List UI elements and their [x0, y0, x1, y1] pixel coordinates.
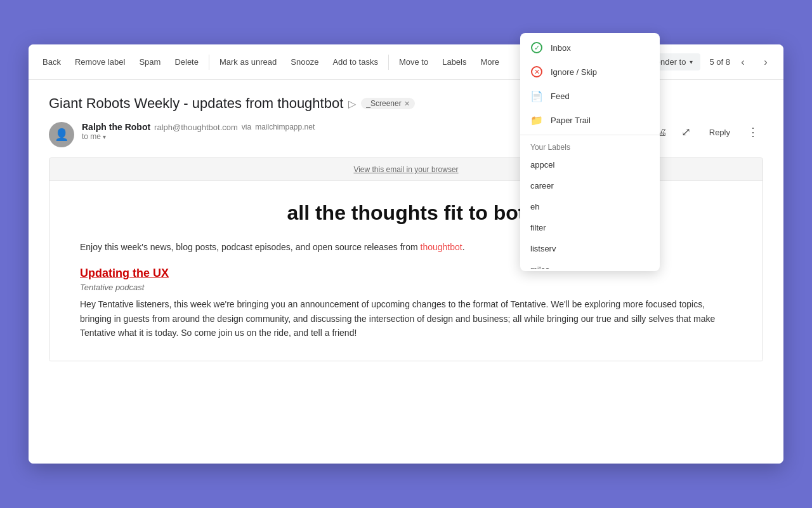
avatar-icon: 👤 [55, 128, 69, 142]
labels-button[interactable]: Labels [436, 53, 473, 70]
add-tasks-button[interactable]: Add to tasks [326, 53, 384, 70]
dropdown-item-feed-label: Feed [551, 91, 570, 101]
sender-name-row: Ralph the Robot ralph@thoughtbot.com via… [82, 122, 594, 132]
back-button[interactable]: Back [36, 53, 67, 70]
more-button[interactable]: More [474, 53, 506, 70]
label-filter[interactable]: filter [520, 217, 660, 238]
sender-email: ralph@thoughtbot.com [154, 123, 238, 132]
thoughtbot-link[interactable]: thoughtbot [421, 242, 462, 252]
section-body: Hey Tentative listeners, this week we're… [80, 297, 732, 340]
dropdown-item-paper-trail-label: Paper Trail [551, 116, 591, 125]
sender-via: via [242, 123, 251, 131]
your-labels-heading: Your Labels [520, 138, 660, 154]
label-tag: _Screener ✕ [361, 98, 414, 109]
pagination: 5 of 8 ‹ › [709, 52, 776, 72]
email-actions: 🖨 ⤢ Reply ⋮ [652, 122, 763, 142]
move-to-button[interactable]: Move to [393, 53, 435, 70]
feed-icon: 📄 [530, 90, 543, 102]
reply-button[interactable]: Reply [700, 124, 739, 141]
browser-link[interactable]: View this email in your browser [353, 165, 458, 174]
remove-label-button[interactable]: Remove label [69, 53, 132, 70]
email-area: Giant Robots Weekly - updates from thoug… [29, 80, 783, 464]
open-button[interactable]: ⤢ [676, 122, 697, 142]
ignore-icon: ✕ [530, 65, 543, 78]
labels-scroll[interactable]: appcel career eh filter listserv miles m… [520, 154, 660, 269]
section-subtitle: Tentative podcast [80, 283, 732, 292]
dropdown-top-section: ✓ Inbox ✕ Ignore / Skip 📄 Feed 📁 [520, 44, 660, 135]
sender-info: Ralph the Robot ralph@thoughtbot.com via… [82, 122, 594, 141]
sender-via-domain: mailchimpapp.net [255, 123, 315, 131]
inbox-icon: ✓ [530, 44, 543, 54]
dropdown-item-inbox[interactable]: ✓ Inbox [520, 44, 660, 60]
label-career[interactable]: career [520, 175, 660, 196]
email-section: Updating the UX Tentative podcast Hey Te… [80, 267, 732, 340]
label-tag-text: _Screener [366, 99, 401, 108]
section-title-link[interactable]: Updating the UX [80, 267, 169, 279]
divider-2 [388, 55, 389, 70]
spam-button[interactable]: Spam [133, 53, 167, 70]
forward-icon: ▷ [348, 98, 356, 110]
mark-unread-button[interactable]: Mark as unread [213, 53, 283, 70]
delete-button[interactable]: Delete [168, 53, 205, 70]
dropdown-item-inbox-label: Inbox [551, 44, 571, 53]
pagination-count: 5 of 8 [709, 57, 730, 67]
chevron-small-icon[interactable]: ▾ [103, 133, 106, 140]
close-label-icon[interactable]: ✕ [404, 100, 410, 108]
divider-1 [209, 55, 209, 70]
label-listserv[interactable]: listserv [520, 238, 660, 259]
paper-trail-icon: 📁 [530, 114, 543, 126]
email-subject: Giant Robots Weekly - updates from thoug… [49, 95, 343, 112]
label-eh[interactable]: eh [520, 196, 660, 217]
dropdown-labels-section: Your Labels appcel career eh filter list… [520, 135, 660, 271]
chevron-down-icon: ▾ [690, 58, 693, 65]
more-actions-button[interactable]: ⋮ [743, 122, 763, 142]
snooze-button[interactable]: Snooze [284, 53, 325, 70]
label-miles[interactable]: miles [520, 259, 660, 269]
to-label: to me [82, 132, 101, 141]
avatar: 👤 [49, 122, 74, 147]
dropdown-item-feed[interactable]: 📄 Feed [520, 84, 660, 108]
next-button[interactable]: › [756, 52, 776, 72]
sender-to-row: to me ▾ [82, 132, 594, 141]
dropdown-item-paper-trail[interactable]: 📁 Paper Trail [520, 108, 660, 132]
sender-name: Ralph the Robot [82, 122, 150, 132]
dropdown-item-ignore[interactable]: ✕ Ignore / Skip [520, 60, 660, 84]
toolbar: Back Remove label Spam Delete Mark as un… [29, 44, 783, 80]
dropdown-item-ignore-label: Ignore / Skip [551, 67, 597, 77]
dropdown-menu: ✓ Inbox ✕ Ignore / Skip 📄 Feed 📁 [520, 44, 660, 271]
label-appcel[interactable]: appcel [520, 154, 660, 175]
prev-button[interactable]: ‹ [733, 52, 753, 72]
